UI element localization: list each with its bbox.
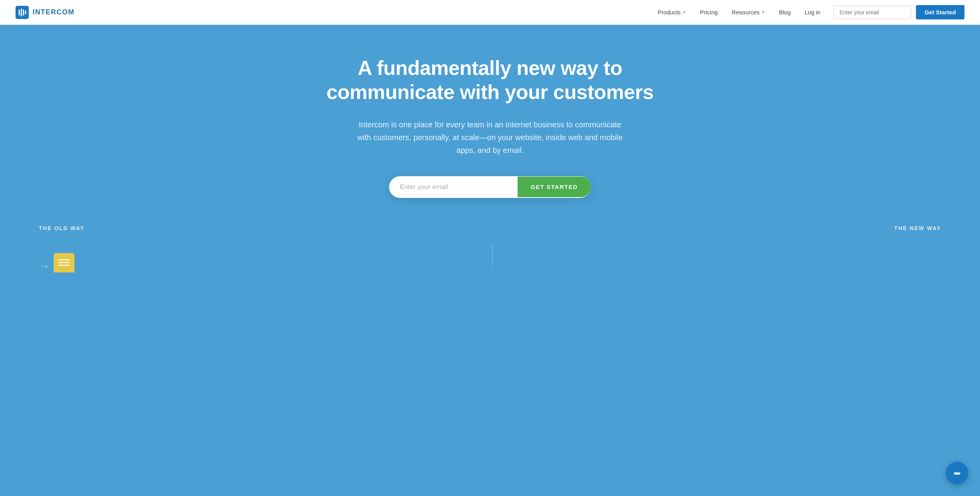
nav-login[interactable]: Log in [799, 6, 826, 19]
svg-rect-0 [16, 6, 29, 19]
svg-rect-4 [25, 10, 26, 14]
nav-blog[interactable]: Blog [773, 6, 796, 19]
bottom-visual: → [8, 238, 972, 272]
hero-title: A fundamentally new way to communicate w… [323, 56, 657, 104]
products-chevron-icon: ▼ [683, 10, 686, 14]
hero-email-wrapper: GET STARTED [389, 176, 591, 198]
svg-rect-2 [21, 9, 22, 16]
nav-get-started-button[interactable]: Get Started [916, 5, 964, 19]
resources-chevron-icon: ▼ [761, 10, 765, 14]
hero-section: A fundamentally new way to communicate w… [0, 25, 980, 296]
hero-cta-form: GET STARTED [389, 176, 591, 198]
logo-text: INTERCOM [33, 8, 75, 16]
nav-links: Products ▼ Pricing Resources ▼ Blog Log … [652, 6, 826, 19]
arrow-icon: → [39, 260, 50, 272]
nav-pricing[interactable]: Pricing [695, 6, 723, 19]
logo-link[interactable]: INTERCOM [16, 6, 75, 19]
nav-right: Get Started [834, 5, 964, 19]
box-line-2 [58, 262, 70, 263]
old-way-box [54, 253, 75, 272]
new-way-label: THE NEW WAY [894, 225, 941, 231]
box-line-1 [58, 259, 70, 260]
hero-get-started-button[interactable]: GET STARTED [518, 177, 591, 197]
section-divider [492, 243, 493, 267]
intercom-logo-icon [16, 6, 29, 19]
box-line-3 [58, 265, 70, 266]
bottom-labels: THE OLD WAY THE NEW WAY [8, 225, 972, 231]
nav-email-input[interactable] [834, 6, 911, 19]
hero-subtitle: Intercom is one place for every team in … [354, 118, 626, 157]
old-way-graphic: → [39, 253, 75, 272]
nav-resources[interactable]: Resources ▼ [726, 6, 771, 19]
old-way-label: THE OLD WAY [39, 225, 85, 231]
svg-rect-3 [23, 9, 24, 16]
nav-products[interactable]: Products ▼ [652, 6, 692, 19]
svg-rect-1 [19, 9, 20, 16]
hero-email-input[interactable] [389, 176, 518, 198]
navbar: INTERCOM Products ▼ Pricing Resources ▼ … [0, 0, 980, 25]
